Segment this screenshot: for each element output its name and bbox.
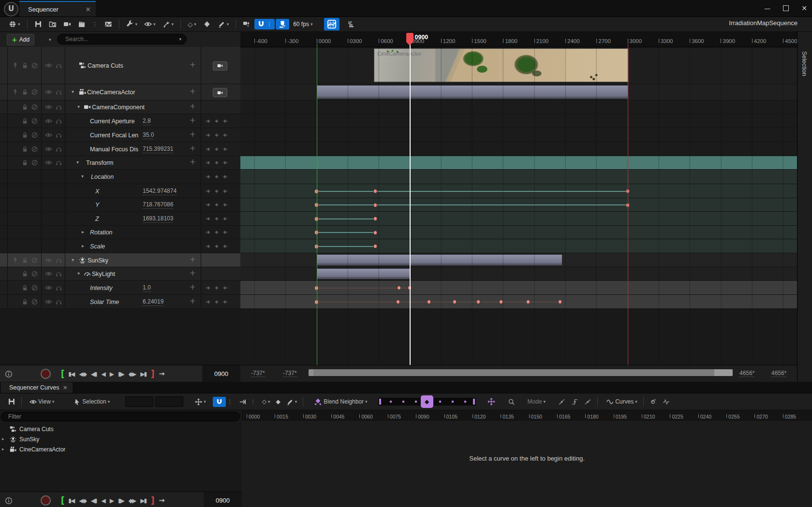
add-key-icon[interactable]: ◆ [215,189,219,193]
curves-tab-close-icon[interactable]: × [63,385,68,391]
add-section-button[interactable]: + [190,145,196,152]
track-row-skylight[interactable]: ▾SkyLight+ [0,267,240,281]
headphones-icon[interactable] [55,270,62,277]
curve-editor-toggle-button[interactable] [324,18,340,30]
lock-icon[interactable] [21,284,29,291]
shot-track-icon[interactable] [344,19,358,29]
tab-close-icon[interactable]: × [85,6,91,13]
eye-icon[interactable] [45,88,52,96]
go-to-front-button[interactable]: ▮◀ [66,371,76,377]
value-input-x[interactable] [125,396,153,407]
camera-cut-lock-icon[interactable] [240,19,253,29]
curve-filter-input[interactable]: Filter [1,412,240,421]
camera-lock-toggle-button[interactable] [213,61,227,71]
eye-icon[interactable] [45,145,52,153]
add-section-button[interactable]: + [190,298,196,305]
eye-icon[interactable] [45,298,52,305]
jump-to-marker-icon[interactable] [159,497,166,504]
play-reverse-button[interactable]: ◀ [99,371,107,377]
pin-icon[interactable] [12,257,19,264]
add-track-button[interactable]: + Add [7,34,34,45]
marker-snap-button[interactable] [276,19,289,29]
keyframe-solar-time-2[interactable] [427,300,431,304]
render-movie-icon[interactable] [102,19,115,29]
current-time-display[interactable]: 0900 [204,492,242,507]
more-options-icon[interactable]: ⋮ [89,20,101,29]
previous-key-icon[interactable]: ‹◆ [205,244,210,248]
curve-tree-item-camera-cuts[interactable]: Camera Cuts [0,424,242,434]
headphones-icon[interactable] [55,284,62,291]
track-value-field[interactable]: 1.0 [143,284,151,292]
track-row-intensity[interactable]: Intensity1.0+‹◆◆◆› [0,281,240,295]
lock-icon[interactable] [21,298,29,305]
next-key-icon[interactable]: ◆› [223,147,228,151]
ban-icon[interactable] [31,284,38,291]
add-key-icon[interactable]: ◆ [215,300,219,304]
next-key-icon[interactable]: ◆› [223,230,228,234]
expander-down-icon[interactable]: ▾ [72,258,74,262]
window-close-button[interactable]: ✕ [801,5,807,12]
headphones-icon[interactable] [55,145,62,153]
previous-key-icon[interactable]: ‹◆ [205,286,210,290]
previous-key-button[interactable]: ◀◆ [76,498,88,504]
playback-start-line[interactable] [317,43,317,365]
info-icon[interactable] [5,497,13,505]
loop-end-bracket[interactable]: ] [148,369,156,379]
previous-key-icon[interactable]: ‹◆ [205,300,210,304]
keyframe-scale-1[interactable] [373,244,377,248]
headphones-icon[interactable] [55,103,62,111]
playhead-line[interactable] [410,38,411,365]
pin-icon[interactable] [12,62,19,69]
track-value-field[interactable]: 1542.974874 [143,188,177,195]
jump-to-marker-icon[interactable] [159,370,166,377]
selection-tab[interactable]: Selection [801,51,808,76]
info-icon[interactable] [5,370,13,378]
playback-options-icon[interactable]: ▾ [160,19,177,29]
sunsky-section[interactable] [317,254,562,266]
play-button[interactable]: ▶ [107,498,116,504]
blend-neighbor-dropdown[interactable]: Blend Neighbor▾ [311,396,370,407]
next-key-icon[interactable]: ◆› [223,174,228,179]
previous-key-icon[interactable]: ‹◆ [205,174,210,179]
keyframe-solar-time-1[interactable] [396,300,400,304]
keyframe-intensity-1[interactable] [397,286,401,290]
filter-caret-icon[interactable]: ▾ [49,38,51,42]
track-row-solar-time[interactable]: Solar Time6.24019+‹◆◆◆› [0,295,240,309]
headphones-icon[interactable] [55,298,62,305]
previous-key-icon[interactable]: ‹◆ [205,217,210,221]
previous-key-icon[interactable]: ‹◆ [205,160,210,165]
previous-key-button[interactable]: ◀◆ [76,371,88,377]
track-row-x[interactable]: X1542.974874‹◆◆◆› [0,184,240,198]
lock-icon[interactable] [21,159,29,166]
next-key-icon[interactable]: ◆› [223,300,228,304]
ban-icon[interactable] [31,88,38,96]
keyframe-solar-time-7[interactable] [558,300,562,304]
next-key-icon[interactable]: ◆› [223,286,228,290]
lock-icon[interactable] [21,88,29,96]
track-row-rotation[interactable]: ▸Rotation‹◆◆◆› [0,226,240,239]
lock-icon[interactable] [21,257,29,264]
view-range-end[interactable]: 4656* [739,370,754,377]
blend-slider-thumb[interactable]: ◆ [421,395,433,408]
lock-icon[interactable] [21,103,29,111]
ban-icon[interactable] [31,298,38,305]
ban-icon[interactable] [31,62,38,69]
add-key-icon[interactable]: ◆ [215,217,219,221]
keyframe-options-icon[interactable]: ◇▾ [185,20,199,29]
eye-icon[interactable] [45,284,52,291]
add-key-icon[interactable]: ◆ [215,133,219,137]
snap-toggle-button[interactable]: ⋮ [254,19,275,29]
keyframe-solar-time-5[interactable] [499,300,503,304]
track-value-field[interactable]: 2.8 [143,117,151,125]
keyframe-solar-time-6[interactable] [526,300,530,304]
add-key-icon[interactable]: ◆ [215,119,219,123]
next-key-button[interactable]: ◆▶ [126,371,138,377]
pin-icon[interactable] [12,88,19,96]
eye-icon[interactable] [45,131,52,139]
curve-editor-canvas[interactable]: Select a curve on the left to begin edit… [242,421,812,507]
lock-icon[interactable] [21,62,29,69]
add-section-button[interactable]: + [190,117,196,124]
go-to-front-button[interactable]: ▮◀ [66,498,76,504]
view-options-icon[interactable]: ▾ [141,19,159,29]
track-row-current-aperture[interactable]: Current Aperture2.8+‹◆◆◆› [0,114,240,128]
